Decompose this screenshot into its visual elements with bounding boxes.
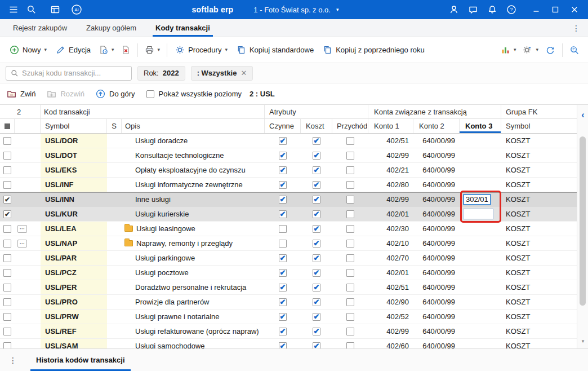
row-select-checkbox[interactable] (3, 284, 11, 292)
koszt-checkbox[interactable]: ✔ (313, 298, 320, 306)
koszt-checkbox[interactable]: ✔ (313, 181, 320, 189)
hamburger-menu-icon[interactable] (5, 1, 23, 19)
table-row[interactable]: USL/INFUsługi informatyczne zewnętrzne✔✔… (0, 178, 577, 192)
koszt-checkbox[interactable]: ✔ (313, 152, 320, 160)
close-button[interactable] (565, 1, 583, 19)
czynne-checkbox[interactable]: ✔ (279, 181, 287, 189)
search-icon[interactable] (23, 1, 41, 19)
koszt-checkbox[interactable]: ✔ (313, 313, 320, 321)
advanced-search-button[interactable] (567, 42, 582, 59)
collapse-panel-icon[interactable]: ‹ (577, 111, 588, 120)
czynne-checkbox[interactable]: ✔ (279, 152, 287, 160)
chat-icon[interactable] (464, 1, 482, 19)
copy-previous-year-button[interactable]: Kopiuj z poprzedniego roku (319, 42, 429, 58)
row-select-checkbox[interactable] (3, 328, 11, 335)
new-button[interactable]: Nowy▾ (6, 42, 51, 58)
czynne-checkbox[interactable]: ✔ (279, 166, 287, 174)
row-select-checkbox[interactable]: ✔ (3, 210, 11, 218)
table-row[interactable]: USL/PRWUsługi prawne i notarialne✔✔402/5… (0, 310, 577, 324)
expand-all-button[interactable]: Rozwiń (47, 90, 84, 98)
row-select-cell[interactable] (0, 339, 15, 348)
przychod-checkbox[interactable] (346, 137, 354, 145)
koszt-checkbox[interactable]: ✔ (313, 328, 320, 335)
przychod-checkbox[interactable] (346, 166, 354, 174)
row-expander-button[interactable]: ⋯ (17, 225, 27, 233)
konto3-edit-input[interactable] (463, 194, 491, 205)
row-select-checkbox[interactable] (3, 313, 11, 321)
header-konto3[interactable]: Konto 3 (460, 119, 501, 133)
row-select-checkbox[interactable] (3, 225, 11, 233)
row-select-cell[interactable] (0, 324, 15, 338)
tab-historia-kodow[interactable]: Historia kodów transakcji (27, 349, 134, 371)
print-button[interactable]: ▾ (142, 42, 163, 58)
scroll-down-icon[interactable]: ▾ (577, 338, 588, 344)
user-icon[interactable] (445, 1, 463, 19)
bell-icon[interactable] (483, 1, 501, 19)
czynne-checkbox[interactable]: ✔ (279, 298, 287, 306)
koszt-checkbox[interactable]: ✔ (313, 225, 320, 233)
maximize-button[interactable] (546, 1, 564, 19)
row-select-cell[interactable] (0, 295, 15, 309)
row-select-cell[interactable] (0, 134, 15, 148)
row-select-cell[interactable] (0, 236, 15, 250)
table-row[interactable]: USL/REFUsługi refakturowane (oprócz napr… (0, 324, 577, 339)
row-select-cell[interactable] (0, 280, 15, 294)
header-opis[interactable]: Opis (122, 119, 265, 133)
delete-button[interactable] (118, 42, 133, 58)
przychod-checkbox[interactable] (346, 240, 354, 248)
tab-rejestr-zakupow[interactable]: Rejestr zakupów (3, 19, 77, 37)
row-select-checkbox[interactable] (3, 137, 11, 145)
panel-icon[interactable] (46, 1, 64, 19)
copy-standard-button[interactable]: Kopiuj standardowe (233, 42, 318, 58)
row-select-cell[interactable] (0, 178, 15, 192)
koszt-checkbox[interactable]: ✔ (313, 254, 320, 262)
koszt-checkbox[interactable]: ✔ (313, 269, 320, 277)
search-box[interactable] (6, 66, 132, 81)
year-filter-chip[interactable]: Rok: 2022 (137, 66, 185, 81)
row-expander-button[interactable]: ⋯ (17, 240, 27, 248)
czynne-checkbox[interactable]: ✔ (279, 269, 287, 277)
koszt-checkbox[interactable]: ✔ (313, 137, 320, 145)
czynne-checkbox[interactable] (279, 225, 287, 233)
edit-button[interactable]: Edycja (52, 42, 95, 58)
row-select-cell[interactable] (0, 251, 15, 265)
chip-close-icon[interactable]: ✕ (240, 69, 247, 77)
koszt-checkbox[interactable]: ✔ (313, 342, 320, 349)
tab-zakupy-ogolem[interactable]: Zakupy ogółem (77, 19, 146, 37)
go-up-button[interactable]: Do góry (96, 89, 135, 99)
koszt-checkbox[interactable]: ✔ (313, 240, 320, 248)
select-all-checkbox[interactable] (0, 119, 15, 133)
header-czynne[interactable]: Czynne (265, 119, 301, 133)
przychod-checkbox[interactable] (346, 254, 354, 262)
przychod-checkbox[interactable] (346, 210, 354, 218)
header-symbol[interactable]: Symbol (41, 119, 107, 133)
czynne-checkbox[interactable]: ✔ (279, 328, 287, 335)
ai-badge-icon[interactable]: AI (68, 1, 86, 19)
row-select-cell[interactable] (0, 222, 15, 236)
koszt-checkbox[interactable]: ✔ (313, 210, 320, 218)
przychod-checkbox[interactable] (346, 181, 354, 189)
koszt-checkbox[interactable]: ✔ (313, 196, 320, 204)
czynne-checkbox[interactable]: ✔ (279, 210, 287, 218)
czynne-checkbox[interactable] (279, 240, 287, 248)
koszt-checkbox[interactable]: ✔ (313, 284, 320, 292)
konto3-edit-slot[interactable] (463, 209, 493, 219)
przychod-checkbox[interactable] (346, 298, 354, 306)
settings-button[interactable]: ▾ (520, 42, 541, 58)
table-row[interactable]: USL/PROProwizje dla partnerów✔✔402/90640… (0, 295, 577, 310)
checkbox-icon[interactable] (146, 90, 154, 98)
przychod-checkbox[interactable] (346, 196, 354, 204)
row-select-checkbox[interactable] (3, 166, 11, 174)
header-konto2[interactable]: Konto 2 (413, 119, 460, 133)
czynne-checkbox[interactable]: ✔ (279, 196, 287, 204)
row-select-checkbox[interactable] (3, 254, 11, 262)
bottombar-menu-icon[interactable]: ⋮ (5, 349, 21, 371)
row-select-cell[interactable]: ✔ (0, 207, 15, 221)
header-s[interactable]: S (107, 119, 122, 133)
help-icon[interactable]: ? (502, 1, 520, 19)
table-row[interactable]: USL/DORUsługi doradcze✔✔402/51640/00/99K… (0, 134, 577, 148)
przychod-checkbox[interactable] (346, 284, 354, 292)
tab-kody-transakcji[interactable]: Kody transakcji (146, 19, 220, 37)
table-row[interactable]: ⋯USL/NAPNaprawy, remonty i przeglądy✔402… (0, 236, 577, 251)
czynne-checkbox[interactable]: ✔ (279, 137, 287, 145)
